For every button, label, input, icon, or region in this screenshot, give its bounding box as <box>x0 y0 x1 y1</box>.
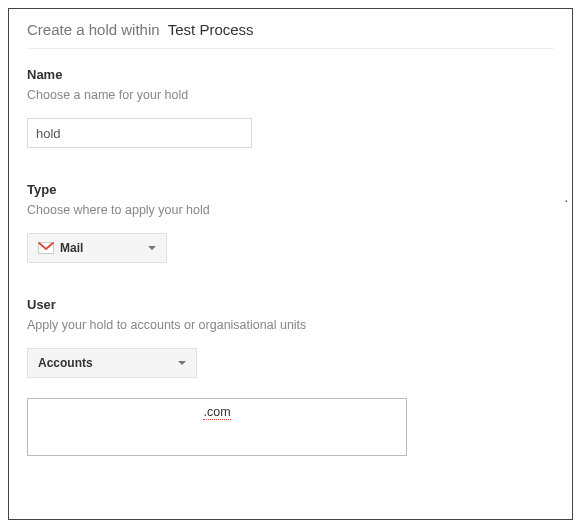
type-subtitle: Choose where to apply your hold <box>27 203 554 217</box>
accounts-input[interactable]: .com <box>27 398 407 456</box>
user-section: User Apply your hold to accounts or orga… <box>27 297 554 378</box>
chevron-down-icon <box>148 246 156 250</box>
type-selected-label: Mail <box>60 241 148 255</box>
header-matter-name: Test Process <box>168 21 254 38</box>
panel-header: Create a hold within Test Process <box>27 21 554 49</box>
header-prefix: Create a hold within <box>27 21 160 38</box>
type-dropdown[interactable]: Mail <box>27 233 167 263</box>
accounts-value: .com <box>203 405 230 420</box>
name-subtitle: Choose a name for your hold <box>27 88 554 102</box>
user-title: User <box>27 297 554 312</box>
chevron-down-icon <box>178 361 186 365</box>
type-title: Type <box>27 182 554 197</box>
user-subtitle: Apply your hold to accounts or organisat… <box>27 318 554 332</box>
create-hold-panel: Create a hold within Test Process Name C… <box>8 8 573 520</box>
type-section: Type Choose where to apply your hold Mai… <box>27 182 554 263</box>
name-title: Name <box>27 67 554 82</box>
user-scope-selected-label: Accounts <box>38 356 178 370</box>
mail-icon <box>38 242 54 254</box>
name-section: Name Choose a name for your hold <box>27 67 554 148</box>
user-scope-dropdown[interactable]: Accounts <box>27 348 197 378</box>
hold-name-input[interactable] <box>27 118 252 148</box>
